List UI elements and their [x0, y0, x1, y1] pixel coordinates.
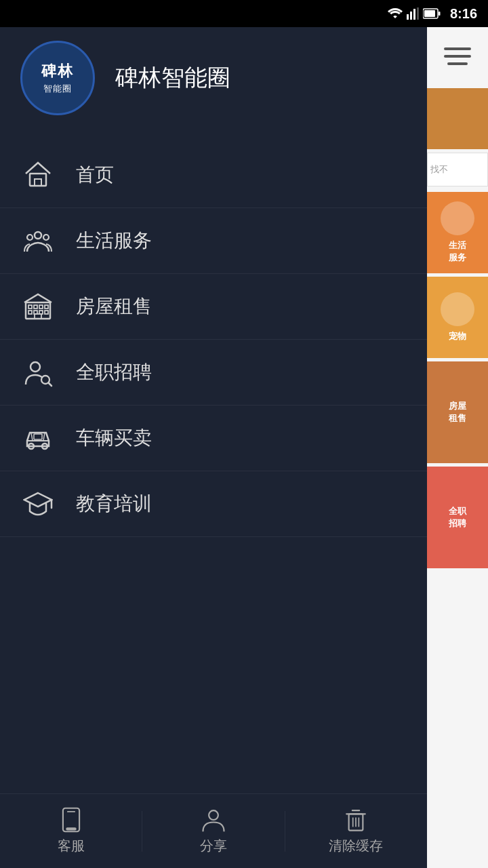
svg-rect-16 [45, 305, 48, 309]
car-icon [20, 420, 56, 456]
svg-point-9 [35, 232, 41, 239]
right-search-text: 找不 [430, 163, 448, 176]
svg-rect-0 [407, 14, 409, 20]
drawer-title: 碑林智能圈 [115, 62, 230, 94]
right-life-service-label2: 服务 [449, 252, 466, 264]
nav-label-education: 教育培训 [76, 491, 152, 517]
svg-rect-20 [45, 311, 48, 314]
right-life-service-label: 生活 [449, 239, 466, 252]
svg-rect-8 [35, 179, 41, 186]
person-search-icon [20, 355, 56, 390]
svg-rect-17 [28, 311, 32, 314]
right-job-label1: 全职 [449, 505, 466, 517]
svg-point-33 [209, 810, 218, 820]
nav-label-full-time-job: 全职招聘 [76, 359, 152, 385]
bottom-bar: 客服 分享 清除缓存 [0, 793, 427, 868]
right-panel-content: 找不 生活 服务 宠物 房屋 租售 全职 招聘 [427, 88, 488, 568]
right-search-bar[interactable]: 找不 [427, 153, 488, 186]
hamburger-line-1 [444, 47, 471, 50]
svg-rect-6 [439, 12, 441, 16]
right-house-rent-label2: 租售 [449, 412, 466, 425]
nav-item-full-time-job[interactable]: 全职招聘 [0, 340, 427, 406]
nav-label-car-trade: 车辆买卖 [76, 425, 152, 451]
bottom-label-customer-service: 客服 [58, 837, 85, 855]
svg-rect-1 [410, 12, 412, 20]
svg-rect-27 [34, 434, 42, 439]
battery-icon [423, 8, 441, 19]
wifi-icon [388, 7, 403, 20]
nav-item-life-service[interactable]: 生活服务 [0, 208, 427, 274]
home-icon [20, 157, 56, 193]
nav-label-life-service: 生活服务 [76, 228, 152, 254]
logo-top-text: 碑林 [41, 61, 74, 81]
drawer-nav: 首页 生活服务 [0, 136, 427, 868]
hamburger-menu[interactable] [427, 41, 488, 72]
hamburger-line-3 [447, 62, 468, 65]
status-icons: 8:16 [388, 6, 477, 22]
app-logo: 碑林 智能圈 [20, 41, 95, 115]
status-bar: 8:16 [0, 0, 488, 27]
nav-label-home: 首页 [76, 162, 114, 188]
right-pet-card[interactable]: 宠物 [427, 277, 488, 358]
bottom-btn-customer-service[interactable]: 客服 [0, 807, 142, 855]
right-featured-image [427, 88, 488, 149]
nav-item-car-trade[interactable]: 车辆买卖 [0, 406, 427, 471]
nav-item-education[interactable]: 教育培训 [0, 471, 427, 537]
svg-rect-2 [413, 9, 415, 20]
phone-icon [58, 807, 84, 833]
building-icon [20, 289, 56, 324]
right-job-card[interactable]: 全职 招聘 [427, 467, 488, 568]
svg-rect-3 [417, 7, 419, 20]
graduation-icon [20, 486, 56, 521]
svg-point-11 [43, 235, 49, 240]
logo-bottom-text: 智能圈 [43, 83, 72, 95]
right-pet-label: 宠物 [449, 330, 466, 342]
bottom-label-share: 分享 [200, 837, 227, 855]
svg-line-24 [49, 383, 52, 387]
nav-item-home[interactable]: 首页 [0, 142, 427, 208]
svg-rect-13 [28, 305, 32, 309]
right-job-label2: 招聘 [449, 517, 466, 530]
right-life-service-card[interactable]: 生活 服务 [427, 192, 488, 273]
main-panel: 找不 生活 服务 宠物 房屋 租售 全职 招聘 [427, 0, 488, 868]
status-time: 8:16 [450, 6, 477, 22]
people-group-icon [20, 223, 56, 258]
person-icon [201, 807, 226, 833]
nav-label-house-rent: 房屋租售 [76, 294, 152, 319]
right-house-rent-label1: 房屋 [449, 400, 466, 412]
bottom-btn-clear-cache[interactable]: 清除缓存 [285, 807, 427, 855]
drawer-panel: 碑林 智能圈 碑林智能圈 首页 [0, 0, 427, 868]
svg-point-22 [30, 362, 40, 372]
svg-rect-31 [66, 828, 76, 830]
trash-icon [343, 807, 369, 833]
signal-icon [407, 7, 419, 20]
svg-point-10 [27, 235, 33, 240]
right-house-rent-card[interactable]: 房屋 租售 [427, 361, 488, 463]
bottom-btn-share[interactable]: 分享 [142, 807, 284, 855]
svg-marker-28 [24, 493, 52, 507]
nav-item-house-rent[interactable]: 房屋租售 [0, 274, 427, 340]
svg-rect-5 [424, 10, 435, 17]
hamburger-line-2 [444, 55, 471, 58]
svg-rect-15 [39, 305, 43, 309]
bottom-label-clear-cache: 清除缓存 [329, 837, 383, 855]
svg-rect-14 [34, 305, 37, 309]
